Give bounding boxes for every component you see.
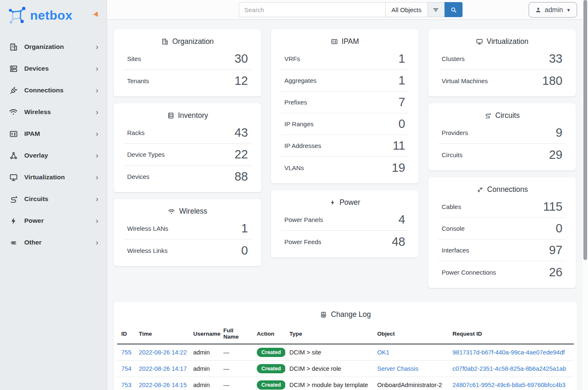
user-icon bbox=[535, 7, 542, 13]
cards-column-3: Virtualization Clusters 33 Virtual Machi… bbox=[428, 29, 576, 288]
stat-row: Providers 9 bbox=[438, 122, 566, 144]
cards-column-1: Organization Sites 30 Tenants 12 bbox=[114, 29, 261, 288]
column-header-requestid: Request ID bbox=[448, 325, 574, 344]
stat-value[interactable]: 180 bbox=[542, 74, 562, 88]
sidebar-item-label: Wireless bbox=[24, 108, 96, 116]
stat-value[interactable]: 19 bbox=[392, 161, 405, 175]
stat-value[interactable]: 7 bbox=[399, 95, 405, 109]
stat-label: IP Ranges bbox=[284, 120, 314, 127]
netbox-logo[interactable]: netbox bbox=[8, 7, 72, 24]
change-time-link[interactable]: 2022-08-26 14:22 bbox=[139, 349, 187, 356]
card-organization: Organization Sites 30 Tenants 12 bbox=[114, 29, 261, 97]
caret-down-icon: ▼ bbox=[566, 8, 571, 13]
stat-row: Sites 30 bbox=[124, 48, 251, 70]
stat-value[interactable]: 29 bbox=[549, 148, 562, 162]
stat-value[interactable]: 12 bbox=[235, 74, 248, 88]
stat-value[interactable]: 88 bbox=[235, 170, 248, 184]
action-badge: Created bbox=[257, 380, 285, 390]
route-icon bbox=[484, 112, 491, 119]
change-id-link[interactable]: 753 bbox=[121, 382, 131, 388]
stat-value[interactable]: 1 bbox=[399, 52, 405, 66]
change-fullname: — bbox=[219, 361, 253, 377]
sidebar-item-connections[interactable]: Connections › bbox=[0, 79, 107, 101]
stat-value[interactable]: 33 bbox=[549, 52, 562, 66]
stat-label: Virtual Machines bbox=[442, 77, 488, 84]
change-username: admin bbox=[189, 361, 219, 377]
card-connections: Connections Cables 115 Console 0 Interfa… bbox=[428, 177, 576, 288]
stat-label: Tenants bbox=[127, 77, 149, 84]
filter-icon bbox=[432, 6, 440, 13]
sidebar-item-overlay[interactable]: Overlay › bbox=[0, 145, 107, 166]
dashboard-content: Organization Sites 30 Tenants 12 bbox=[107, 20, 588, 390]
netbox-logo-icon bbox=[8, 7, 26, 24]
stat-value[interactable]: 0 bbox=[399, 117, 405, 131]
search-submit-button[interactable] bbox=[445, 2, 463, 17]
change-requestid-link[interactable]: c07f0ab2-2351-4c58-825a-8b6a2425a1ab bbox=[453, 365, 566, 372]
stat-value[interactable]: 26 bbox=[549, 265, 562, 279]
sidebar-item-virtualization[interactable]: Virtualization › bbox=[0, 166, 107, 188]
stat-value[interactable]: 11 bbox=[393, 139, 405, 153]
change-id-link[interactable]: 754 bbox=[121, 365, 131, 372]
change-requestid-link[interactable]: 9817317d-b67f-440a-99ca-4ae07ede94df bbox=[453, 349, 565, 356]
filter-button[interactable] bbox=[428, 2, 445, 17]
stat-value[interactable]: 0 bbox=[241, 244, 248, 257]
card-title: Wireless bbox=[179, 207, 207, 216]
change-time-link[interactable]: 2022-08-26 14:15 bbox=[139, 382, 187, 388]
stat-label: Prefixes bbox=[284, 99, 307, 106]
change-id-link[interactable]: 755 bbox=[121, 349, 131, 356]
stat-label: Power Panels bbox=[284, 216, 323, 223]
chevron-right-icon: › bbox=[96, 65, 98, 72]
scrollbar-thumb[interactable] bbox=[583, 0, 587, 260]
card-wireless: Wireless Wireless LANs 1 Wireless Links … bbox=[114, 199, 261, 266]
pin-sidebar-icon[interactable] bbox=[92, 11, 99, 18]
stat-value[interactable]: 0 bbox=[556, 222, 562, 235]
stat-value[interactable]: 4 bbox=[399, 213, 405, 227]
stat-value[interactable]: 115 bbox=[543, 200, 562, 214]
change-object-link[interactable]: OK1 bbox=[377, 349, 389, 356]
stat-row: Power Connections 26 bbox=[438, 261, 566, 283]
card-ipam: IPAM VRFs 1 Aggregates 1 Prefixes 7 bbox=[271, 29, 419, 184]
stat-value[interactable]: 1 bbox=[241, 222, 248, 235]
stat-value[interactable]: 9 bbox=[556, 126, 562, 140]
building-icon bbox=[8, 42, 18, 52]
sidebar-item-label: Power bbox=[24, 217, 96, 224]
search-input[interactable] bbox=[239, 2, 385, 17]
ipam-icon bbox=[8, 129, 18, 139]
wifi-icon bbox=[8, 107, 18, 117]
chevron-right-icon: › bbox=[96, 130, 98, 138]
search-scope-button[interactable]: All Objects bbox=[385, 2, 428, 17]
stat-value[interactable]: 1 bbox=[399, 74, 405, 87]
user-menu-button[interactable]: admin ▼ bbox=[529, 2, 577, 18]
sidebar-item-ipam[interactable]: IPAM › bbox=[0, 123, 107, 145]
card-ipam-header: IPAM bbox=[281, 29, 409, 48]
stat-label: IP Addresses bbox=[284, 142, 321, 149]
stat-row: Tenants 12 bbox=[124, 70, 251, 92]
stat-row: Power Panels 4 bbox=[281, 209, 409, 231]
stat-label: Cables bbox=[442, 203, 461, 210]
card-circuits-header: Circuits bbox=[438, 103, 566, 122]
card-title: IPAM bbox=[342, 37, 359, 46]
change-requestid-link[interactable]: 24807c61-9952-49c6-b8a5-69760bfcc4b3 bbox=[453, 382, 565, 388]
stat-value[interactable]: 30 bbox=[235, 52, 248, 66]
sidebar-item-wireless[interactable]: Wireless › bbox=[0, 101, 107, 123]
stat-row: Devices 88 bbox=[124, 166, 251, 187]
sidebar-item-label: Virtualization bbox=[24, 173, 96, 181]
stat-row: VRFs 1 bbox=[281, 48, 409, 70]
change-time-link[interactable]: 2022-08-26 14:17 bbox=[139, 365, 187, 372]
stat-row: Clusters 33 bbox=[438, 48, 566, 70]
sidebar-item-devices[interactable]: Devices › bbox=[0, 58, 107, 79]
sidebar-item-other[interactable]: Other › bbox=[0, 232, 107, 253]
sidebar-item-power[interactable]: Power › bbox=[0, 210, 107, 232]
sidebar-item-circuits[interactable]: Circuits › bbox=[0, 188, 107, 210]
scrollbar-track[interactable] bbox=[583, 0, 588, 390]
column-header-time: Time bbox=[135, 325, 189, 344]
sidebar-item-organization[interactable]: Organization › bbox=[0, 36, 107, 58]
stat-value[interactable]: 43 bbox=[235, 126, 248, 140]
stat-value[interactable]: 97 bbox=[549, 243, 562, 257]
card-title: Connections bbox=[487, 185, 528, 194]
change-object-link[interactable]: Server Chassis bbox=[377, 365, 418, 372]
stat-value[interactable]: 22 bbox=[235, 148, 248, 161]
stat-value[interactable]: 48 bbox=[392, 235, 405, 249]
card-title: Power bbox=[340, 198, 360, 207]
stat-row: Wireless Links 0 bbox=[124, 240, 251, 261]
